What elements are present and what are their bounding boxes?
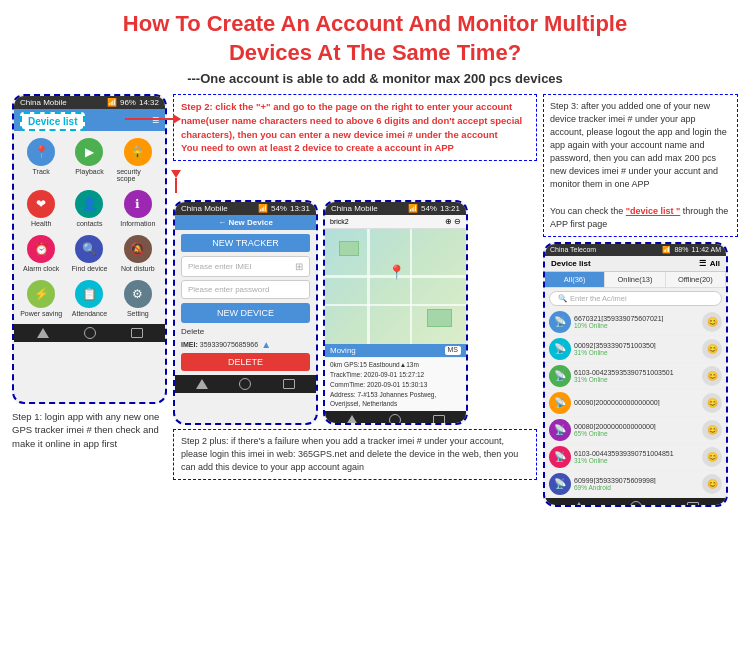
back-right[interactable] xyxy=(573,502,585,507)
device-icon-1: 📡 xyxy=(549,338,571,360)
list-icon[interactable]: ☰ xyxy=(699,259,706,268)
menu-item-health[interactable]: ❤ Health xyxy=(18,187,64,230)
map-marker: 📍 xyxy=(388,264,405,280)
right-phone: China Telecom 📶 88% 11:42 AM Device list… xyxy=(543,242,728,507)
tabs-bar: All(36) Online(13) Offline(20) xyxy=(545,272,726,288)
delete-label: Delete xyxy=(181,327,310,336)
menu-item-disturb[interactable]: 🔕 Not disturb xyxy=(115,232,161,275)
road-v2 xyxy=(410,229,412,344)
device-info-2: 6103-004235935390751003501 31% Online xyxy=(574,369,699,383)
menu-item-contacts[interactable]: 👤 contacts xyxy=(66,187,112,230)
left-phone-bottom-nav xyxy=(14,324,165,342)
left-phone-section: Device list China Mobile 📶 96% 14:32 xyxy=(12,94,167,584)
map-phone-status: China Mobile 📶 54% 13:21 xyxy=(325,202,466,215)
home-button[interactable] xyxy=(84,327,96,339)
main-title: How To Create An Account And Monitor Mul… xyxy=(12,10,738,67)
menu-item-security[interactable]: 🔒 security scope xyxy=(115,135,161,185)
password-input[interactable]: Please enter password xyxy=(181,280,310,299)
find-icon: 🔍 xyxy=(75,235,103,263)
disturb-icon: 🔕 xyxy=(124,235,152,263)
left-phone-status-bar: China Mobile 📶 96% 14:32 xyxy=(14,96,165,109)
setting-icon: ⚙ xyxy=(124,280,152,308)
page-container: How To Create An Account And Monitor Mul… xyxy=(0,0,750,647)
map-phone-wrapper: China Mobile 📶 54% 13:21 brick2 ⊕ ⊖ xyxy=(323,200,468,425)
back-button[interactable] xyxy=(37,328,49,338)
alarm-icon: ⏰ xyxy=(27,235,55,263)
all-toggle[interactable]: All xyxy=(710,259,720,268)
right-phone-nav xyxy=(545,498,726,507)
list-item[interactable]: 📡 6103-004235935390751003501 31% Online … xyxy=(545,363,726,390)
map-block2 xyxy=(427,309,452,327)
device-info-5: 6103-004435939390751004851 31% Online xyxy=(574,450,699,464)
device-info-6: 60999[359339075609998] 69% Android xyxy=(574,477,699,491)
delete-button[interactable]: DELETE xyxy=(181,353,310,371)
back-nav[interactable] xyxy=(196,379,208,389)
imei-input[interactable]: Please enter IMEI ⊞ xyxy=(181,256,310,277)
home-nav[interactable] xyxy=(239,378,251,390)
recent-right[interactable] xyxy=(687,502,699,507)
track-icon: 📍 xyxy=(27,138,55,166)
right-phone-status: China Telecom 📶 88% 11:42 AM xyxy=(545,244,726,256)
menu-item-find[interactable]: 🔍 Find device xyxy=(66,232,112,275)
device-list: 📡 6670321[359339075607021] 10% Online 😊 … xyxy=(545,309,726,498)
home-right[interactable] xyxy=(630,501,642,507)
device-icon-5: 📡 xyxy=(549,446,571,468)
recent-button[interactable] xyxy=(131,328,143,338)
list-item[interactable]: 📡 00090[2000000000000000] 😊 xyxy=(545,390,726,417)
device-info-3: 00090[2000000000000000] xyxy=(574,399,699,406)
step1-label: Step 1: login app with any new one GPS t… xyxy=(12,410,167,450)
device-icon-2: 📡 xyxy=(549,365,571,387)
new-device-phone: China Mobile 📶 54% 13:31 ← New Device NE… xyxy=(173,200,318,425)
delete-section: Delete IMEI: 359339075685966 ▲ DELETE xyxy=(181,327,310,371)
tab-all[interactable]: All(36) xyxy=(545,272,605,287)
map-area: 📍 xyxy=(325,229,466,344)
list-item[interactable]: 📡 6103-004435939390751004851 31% Online … xyxy=(545,444,726,471)
tab-online[interactable]: Online(13) xyxy=(605,272,665,287)
list-item[interactable]: 📡 00092[359339075100350] 31% Online 😊 xyxy=(545,336,726,363)
list-item[interactable]: 📡 6670321[359339075607021] 10% Online 😊 xyxy=(545,309,726,336)
map-zoom-icons[interactable]: ⊕ ⊖ xyxy=(445,217,461,226)
device-icon-6: 📡 xyxy=(549,473,571,495)
device-icon-4: 📡 xyxy=(549,419,571,441)
menu-grid: 📍 Track ▶ Playback 🔒 security scope ❤ He… xyxy=(14,131,165,324)
avatar-2: 😊 xyxy=(702,366,722,386)
device-search[interactable]: 🔍 Enter the Ac/imei xyxy=(549,291,722,306)
recent-map[interactable] xyxy=(433,415,445,425)
menu-item-alarm[interactable]: ⏰ Alarm clock xyxy=(18,232,64,275)
menu-item-attendance[interactable]: 📋 Attendance xyxy=(66,277,112,320)
step2-text-box: Step 2: click the "+" and go to the page… xyxy=(173,94,537,161)
right-section: Step 3: after you added one of your new … xyxy=(543,94,738,584)
device-info-4: 00080[200000000000000] 65% Online xyxy=(574,423,699,437)
device-list-header: Device list ☰ All xyxy=(545,256,726,272)
map-block xyxy=(339,241,359,256)
tab-offline[interactable]: Offline(20) xyxy=(666,272,726,287)
avatar-3: 😊 xyxy=(702,393,722,413)
search-icon: 🔍 xyxy=(558,294,567,303)
device-list-badge: Device list xyxy=(20,112,85,131)
home-map[interactable] xyxy=(389,414,401,425)
avatar-0: 😊 xyxy=(702,312,722,332)
menu-item-power[interactable]: ⚡ Power saving xyxy=(18,277,64,320)
new-device-button[interactable]: NEW DEVICE xyxy=(181,303,310,323)
step3-text: Step 3: after you added one of your new … xyxy=(543,94,738,236)
device-icon-0: 📡 xyxy=(549,311,571,333)
middle-phone-status: China Mobile 📶 54% 13:31 xyxy=(175,202,316,215)
list-item[interactable]: 📡 60999[359339075609998] 69% Android 😊 xyxy=(545,471,726,498)
menu-item-track[interactable]: 📍 Track xyxy=(18,135,64,185)
moving-header: Moving MS xyxy=(325,344,466,357)
step2plus-text: Step 2 plus: if there's a failure when y… xyxy=(173,429,537,480)
middle-section: Step 2: click the "+" and go to the page… xyxy=(173,94,537,584)
menu-item-setting[interactable]: ⚙ Setting xyxy=(115,277,161,320)
power-icon: ⚡ xyxy=(27,280,55,308)
road-h2 xyxy=(325,304,466,306)
back-map[interactable] xyxy=(346,415,358,425)
road-v1 xyxy=(367,229,370,344)
contacts-icon: 👤 xyxy=(75,190,103,218)
device-icon-3: 📡 xyxy=(549,392,571,414)
list-item[interactable]: 📡 00080[200000000000000] 65% Online 😊 xyxy=(545,417,726,444)
middle-phone-nav xyxy=(175,375,316,393)
recent-nav[interactable] xyxy=(283,379,295,389)
menu-icon[interactable]: ≡ xyxy=(152,113,159,127)
menu-item-information[interactable]: ℹ Information xyxy=(115,187,161,230)
menu-item-playback[interactable]: ▶ Playback xyxy=(66,135,112,185)
